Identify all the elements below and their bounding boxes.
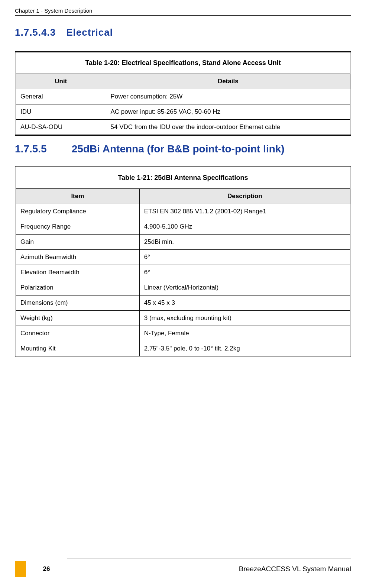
table-cell: Linear (Vertical/Horizontal): [139, 280, 350, 295]
table-col-header: Details: [106, 74, 350, 89]
table-col-header: Unit: [16, 74, 106, 89]
page-footer: 26 BreezeACCESS VL System Manual: [0, 559, 366, 577]
table-cell: 2.75"-3.5" pole, 0 to -10° tilt, 2.2kg: [139, 341, 350, 357]
table-row: Dimensions (cm)45 x 45 x 3: [16, 295, 351, 311]
footer-manual-title: BreezeACCESS VL System Manual: [67, 565, 351, 573]
table-cell: IDU: [16, 104, 106, 120]
footer-rule: [67, 559, 351, 559]
table-cell: Connector: [16, 326, 140, 341]
table-cell: Dimensions (cm): [16, 295, 140, 311]
table-cell: Weight (kg): [16, 311, 140, 326]
table-caption: Table 1-21: 25dBi Antenna Specifications: [16, 167, 351, 189]
table-cell: Frequency Range: [16, 219, 140, 235]
table-row: PolarizationLinear (Vertical/Horizontal): [16, 280, 351, 295]
table-cell: Gain: [16, 235, 140, 250]
table-cell: AU-D-SA-ODU: [16, 120, 106, 135]
table-caption: Table 1-20: Electrical Specifications, S…: [16, 52, 351, 74]
table-row: AU-D-SA-ODU54 VDC from the IDU over the …: [16, 120, 351, 135]
table-cell: 54 VDC from the IDU over the indoor-outd…: [106, 120, 350, 135]
table-cell: 3 (max, excluding mounting kit): [139, 311, 350, 326]
table-cell: General: [16, 89, 106, 104]
table-cell: Mounting Kit: [16, 341, 140, 357]
table-cell: 45 x 45 x 3: [139, 295, 350, 311]
page-header: Chapter 1 - System Description: [15, 7, 351, 16]
table-cell: AC power input: 85-265 VAC, 50-60 Hz: [106, 104, 350, 120]
subsection-title: Electrical: [66, 27, 113, 38]
section-title: 25dBi Antenna (for B&B point-to-point li…: [72, 143, 285, 155]
table-col-header: Item: [16, 189, 140, 204]
section-heading: 1.7.5.5 25dBi Antenna (for B&B point-to-…: [15, 143, 351, 155]
page-number: 26: [26, 565, 67, 573]
table-cell: 25dBi min.: [139, 235, 350, 250]
table-row: Gain25dBi min.: [16, 235, 351, 250]
table-row: IDUAC power input: 85-265 VAC, 50-60 Hz: [16, 104, 351, 120]
table-row: Elevation Beamwidth6°: [16, 265, 351, 280]
footer-accent-block: [15, 561, 26, 577]
section-number: 1.7.5.5: [15, 143, 69, 155]
table-cell: 6°: [139, 250, 350, 265]
table-row: Regulatory ComplianceETSI EN 302 085 V1.…: [16, 204, 351, 219]
table-row: Mounting Kit2.75"-3.5" pole, 0 to -10° t…: [16, 341, 351, 357]
electrical-spec-table: Table 1-20: Electrical Specifications, S…: [15, 51, 351, 136]
table-row: Frequency Range4.900-5.100 GHz: [16, 219, 351, 235]
table-cell: Power consumption: 25W: [106, 89, 350, 104]
table-row: Azimuth Beamwidth6°: [16, 250, 351, 265]
table-row: GeneralPower consumption: 25W: [16, 89, 351, 104]
table-cell: Polarization: [16, 280, 140, 295]
table-cell: Elevation Beamwidth: [16, 265, 140, 280]
antenna-spec-table: Table 1-21: 25dBi Antenna Specifications…: [15, 166, 351, 357]
table-cell: Regulatory Compliance: [16, 204, 140, 219]
table-row: ConnectorN-Type, Female: [16, 326, 351, 341]
subsection-number: 1.7.5.4.3: [15, 27, 63, 38]
table-cell: 4.900-5.100 GHz: [139, 219, 350, 235]
table-cell: Azimuth Beamwidth: [16, 250, 140, 265]
table-col-header: Description: [139, 189, 350, 204]
table-cell: 6°: [139, 265, 350, 280]
subsection-heading: 1.7.5.4.3 Electrical: [15, 27, 351, 38]
table-row: Weight (kg)3 (max, excluding mounting ki…: [16, 311, 351, 326]
table-cell: ETSI EN 302 085 V1.1.2 (2001-02) Range1: [139, 204, 350, 219]
table-cell: N-Type, Female: [139, 326, 350, 341]
